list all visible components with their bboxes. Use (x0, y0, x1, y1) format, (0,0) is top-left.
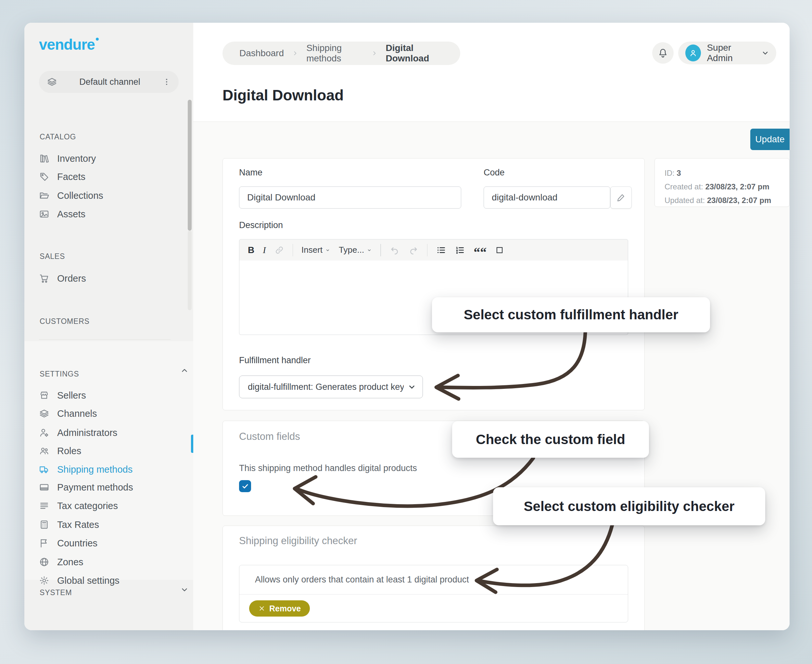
channel-label: Default channel (57, 77, 163, 87)
code-block-button[interactable] (495, 246, 504, 255)
edit-code-button[interactable] (610, 187, 632, 208)
pencil-icon (616, 193, 626, 202)
layers-icon (47, 76, 57, 87)
sidebar-item-inventory[interactable]: Inventory (39, 150, 96, 168)
logo-dot-icon (96, 38, 99, 41)
square-icon (495, 246, 504, 255)
sidebar-item-orders[interactable]: Orders (39, 269, 86, 288)
top-bar: Dashboard Shipping methods Digital Downl… (193, 23, 789, 122)
sidebar-item-sellers[interactable]: Sellers (39, 386, 86, 404)
fulfillment-handler-label: Fulfillment handler (239, 355, 311, 365)
books-icon (39, 153, 49, 164)
link-button[interactable] (275, 245, 284, 255)
bullet-list-button[interactable] (436, 245, 446, 256)
sidebar-item-collections[interactable]: Collections (39, 187, 103, 205)
breadcrumb-dashboard[interactable]: Dashboard (239, 48, 284, 59)
app-window: vendure Default channel CATALOG Inventor… (24, 23, 789, 630)
sidebar-item-payment-methods[interactable]: Payment methods (39, 478, 133, 496)
link-icon (275, 245, 284, 255)
chevron-down-icon (325, 247, 330, 253)
folder-icon (39, 190, 49, 201)
sidebar-item-facets[interactable]: Facets (39, 168, 85, 186)
channel-switcher[interactable]: Default channel (39, 71, 179, 93)
chevron-down-icon (367, 247, 372, 253)
collapse-settings-button[interactable] (177, 363, 192, 378)
fulfillment-handler-select[interactable]: digital-fulfillment: Generates product k… (239, 376, 423, 398)
name-input[interactable] (239, 187, 461, 208)
section-catalog: CATALOG (40, 133, 76, 141)
flag-icon (39, 538, 49, 548)
description-label: Description (239, 220, 283, 230)
section-sales: SALES (40, 252, 65, 261)
detail-card: Name Code Description B I Insert (223, 158, 645, 410)
italic-button[interactable]: I (263, 245, 266, 256)
bold-button[interactable]: B (248, 245, 254, 256)
entity-id-row: ID: 3 (664, 166, 779, 180)
code-input[interactable] (483, 187, 610, 208)
type-menu[interactable]: Type... (339, 245, 372, 255)
callout-eligibility-checker: Select custom eligibility checker (493, 487, 765, 525)
main-area: Dashboard Shipping methods Digital Downl… (193, 23, 789, 630)
sidebar-scrollbar-track (188, 231, 192, 310)
chevron-up-icon (180, 366, 189, 375)
sidebar-item-administrators[interactable]: Administrators (39, 424, 117, 442)
sidebar-item-shipping-methods[interactable]: Shipping methods (39, 460, 132, 478)
chevron-right-icon (371, 50, 377, 57)
callout-custom-field: Check the custom field (452, 421, 649, 458)
kebab-menu-icon[interactable] (163, 78, 171, 86)
redo-icon (408, 245, 419, 256)
bullet-list-icon (436, 245, 446, 256)
sidebar-item-countries[interactable]: Countries (39, 534, 98, 552)
section-settings: SETTINGS (40, 370, 79, 378)
sidebar-item-global-settings[interactable]: Global settings (39, 571, 120, 590)
user-icon (688, 48, 698, 58)
chevron-down-icon (180, 585, 189, 594)
eligibility-checker-box: Allows only orders that contain at least… (239, 565, 628, 622)
ordered-list-button[interactable] (455, 245, 465, 256)
custom-fields-title: Custom fields (239, 431, 300, 443)
notifications-button[interactable] (652, 42, 674, 63)
chevron-down-icon (762, 49, 769, 57)
section-customers: CUSTOMERS (40, 317, 89, 326)
active-item-indicator (191, 435, 193, 453)
breadcrumb-shipping-methods[interactable]: Shipping methods (306, 43, 363, 63)
globe-icon (39, 557, 49, 567)
update-button[interactable]: Update (750, 129, 789, 150)
updated-at-row: Updated at: 23/08/23, 2:07 pm (664, 194, 779, 207)
breadcrumb-current: Digital Download (386, 43, 443, 63)
code-label: Code (483, 168, 505, 178)
store-icon (39, 390, 49, 400)
fulfillment-handler-value: digital-fulfillment: Generates product k… (248, 382, 404, 392)
undo-button[interactable] (389, 245, 400, 256)
image-icon (39, 209, 49, 219)
list-icon (39, 501, 49, 511)
sidebar-item-channels[interactable]: Channels (39, 404, 97, 423)
user-menu[interactable]: Super Admin (678, 42, 776, 64)
avatar (685, 44, 701, 62)
chevron-right-icon (292, 50, 298, 57)
x-icon (258, 605, 265, 612)
blockquote-button[interactable]: ““ (474, 245, 487, 256)
sidebar-scrollbar[interactable] (188, 100, 192, 231)
user-name: Super Admin (707, 42, 755, 63)
custom-field-checkbox[interactable] (239, 480, 251, 492)
calculator-icon (39, 519, 49, 530)
callout-fulfillment-handler: Select custom fulfillment handler (432, 297, 710, 332)
sidebar-item-tax-rates[interactable]: Tax Rates (39, 516, 99, 534)
insert-menu[interactable]: Insert (301, 245, 330, 255)
remove-checker-button[interactable]: Remove (249, 601, 310, 617)
toolbar-separator (380, 244, 381, 256)
undo-icon (389, 245, 400, 256)
vendure-logo: vendure (39, 36, 99, 53)
expand-system-button[interactable] (177, 582, 192, 597)
users-icon (39, 446, 49, 456)
ordered-list-icon (455, 245, 465, 256)
credit-card-icon (39, 482, 49, 493)
admin-user-icon (39, 428, 49, 438)
sidebar-item-tax-categories[interactable]: Tax categories (39, 497, 118, 515)
sidebar-item-roles[interactable]: Roles (39, 442, 81, 460)
sidebar-item-zones[interactable]: Zones (39, 553, 83, 571)
truck-icon (39, 464, 49, 475)
sidebar-item-assets[interactable]: Assets (39, 205, 85, 223)
redo-button[interactable] (408, 245, 419, 256)
